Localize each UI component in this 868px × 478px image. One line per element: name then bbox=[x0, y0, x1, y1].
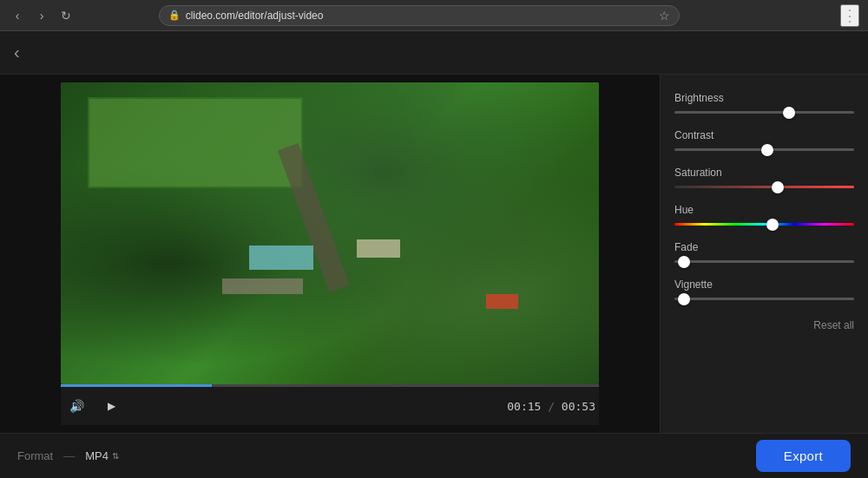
vignette-label: Vignette bbox=[674, 278, 854, 291]
time-display: 00:15 / 00:53 bbox=[507, 400, 595, 413]
play-button[interactable]: ▶ bbox=[99, 394, 123, 418]
back-button[interactable]: ‹ bbox=[9, 7, 26, 24]
bookmark-icon[interactable]: ☆ bbox=[659, 9, 670, 23]
fade-slider[interactable] bbox=[674, 260, 854, 263]
video-building-1 bbox=[249, 246, 313, 270]
controls-bar: 🔊 ▶ 00:15 / 00:53 bbox=[61, 387, 599, 425]
format-divider: — bbox=[63, 449, 75, 462]
saturation-slider[interactable] bbox=[674, 186, 854, 188]
app-container: ‹ bbox=[0, 31, 868, 478]
brightness-group: Brightness bbox=[674, 92, 854, 114]
vignette-slider[interactable] bbox=[674, 298, 854, 300]
play-icon: ▶ bbox=[108, 400, 115, 412]
video-player-wrapper: 🔊 ▶ 00:15 / 00:53 bbox=[61, 82, 599, 426]
top-bar: ‹ bbox=[0, 31, 868, 75]
hue-slider[interactable] bbox=[674, 223, 854, 226]
bottom-bar: Format — MP4 ⇅ Export bbox=[0, 433, 868, 478]
forward-button[interactable]: › bbox=[33, 7, 50, 24]
back-arrow-button[interactable]: ‹ bbox=[14, 43, 20, 62]
time-divider: / bbox=[548, 400, 562, 413]
brightness-slider[interactable] bbox=[674, 111, 854, 114]
format-label: Format bbox=[17, 449, 53, 462]
right-panel: Brightness Contrast Saturation Hue Fade bbox=[660, 75, 868, 433]
contrast-slider[interactable] bbox=[674, 148, 854, 151]
volume-button[interactable]: 🔊 bbox=[64, 394, 89, 418]
progress-filled bbox=[61, 384, 212, 387]
video-display[interactable] bbox=[61, 82, 599, 385]
saturation-label: Saturation bbox=[674, 167, 854, 179]
main-content: 🔊 ▶ 00:15 / 00:53 Brightness bbox=[0, 75, 868, 433]
brightness-label: Brightness bbox=[674, 92, 854, 104]
fade-label: Fade bbox=[674, 241, 854, 253]
browser-menu-button[interactable]: ⋮ bbox=[840, 4, 859, 27]
lock-icon: 🔒 bbox=[168, 10, 181, 21]
video-road bbox=[278, 143, 350, 292]
video-area: 🔊 ▶ 00:15 / 00:53 bbox=[0, 75, 660, 433]
current-time: 00:15 bbox=[507, 400, 541, 413]
export-button[interactable]: Export bbox=[756, 440, 851, 472]
browser-chrome: ‹ › ↻ 🔒 clideo.com/editor/adjust-video ☆… bbox=[0, 0, 868, 31]
format-select[interactable]: MP4 ⇅ bbox=[85, 449, 119, 462]
video-building-3 bbox=[222, 278, 303, 293]
address-bar[interactable]: 🔒 clideo.com/editor/adjust-video ☆ bbox=[159, 5, 680, 26]
url-text: clideo.com/editor/adjust-video bbox=[186, 10, 324, 22]
fade-group: Fade bbox=[674, 241, 854, 263]
vignette-group: Vignette bbox=[674, 278, 854, 300]
format-arrows-icon: ⇅ bbox=[112, 451, 119, 461]
format-value: MP4 bbox=[85, 449, 108, 462]
hue-label: Hue bbox=[674, 204, 854, 216]
contrast-label: Contrast bbox=[674, 129, 854, 141]
reload-button[interactable]: ↻ bbox=[57, 7, 75, 24]
video-building-2 bbox=[357, 239, 400, 258]
hue-group: Hue bbox=[674, 204, 854, 226]
video-house bbox=[486, 294, 518, 309]
reset-all-button[interactable]: Reset all bbox=[674, 319, 854, 331]
contrast-group: Contrast bbox=[674, 129, 854, 151]
saturation-group: Saturation bbox=[674, 167, 854, 188]
video-field bbox=[88, 97, 303, 188]
progress-bar[interactable] bbox=[61, 384, 599, 387]
volume-icon: 🔊 bbox=[69, 399, 84, 413]
total-time: 00:53 bbox=[562, 400, 595, 413]
video-background bbox=[61, 82, 599, 385]
